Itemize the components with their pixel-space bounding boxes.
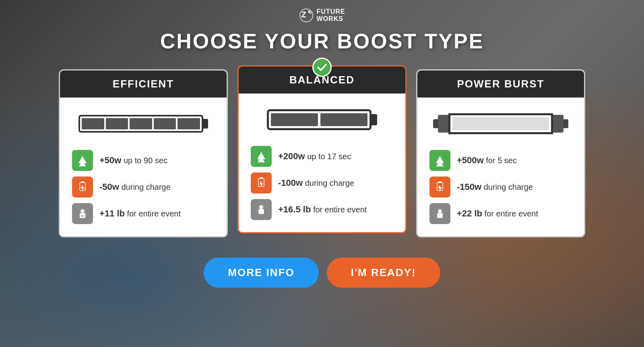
logo-text: FUTURE WORKS	[317, 8, 345, 22]
more-info-button[interactable]: MORE INFO	[204, 258, 318, 288]
svg-point-2	[308, 10, 310, 12]
svg-rect-7	[81, 181, 84, 183]
card-efficient-header: EFFICIENT	[60, 71, 227, 98]
stat-text-balanced-weight: +16.5 lb for entire event	[278, 204, 367, 215]
logo: Z FUTURE WORKS	[299, 8, 345, 23]
battery-nub-right	[564, 119, 568, 128]
card-power-burst-header: POWER BURST	[417, 71, 584, 98]
stat-row: -50w during charge	[72, 177, 215, 197]
stat-row: +50w up to 90 sec	[72, 150, 215, 171]
battery-left-assembly	[433, 115, 448, 133]
svg-marker-8	[80, 185, 85, 191]
main-content: Z FUTURE WORKS CHOOSE YOUR BOOST TYPE EF…	[0, 0, 644, 288]
stat-icon-weight-balanced	[251, 199, 272, 220]
seg1	[271, 113, 318, 126]
battery-body-balanced	[267, 109, 372, 130]
stat-row: +16.5 lb for entire event	[251, 199, 393, 220]
battery-body-efficient	[78, 115, 203, 133]
battery-nub-left	[433, 119, 438, 128]
buttons-row: MORE INFO I'M READY!	[204, 258, 440, 288]
stat-text-power-charge: -150w during charge	[457, 182, 533, 192]
svg-point-17	[259, 205, 263, 209]
card-power-burst-title: POWER BURST	[457, 78, 545, 90]
seg2	[320, 113, 367, 126]
svg-text:lb: lb	[81, 214, 84, 218]
svg-rect-18	[258, 209, 264, 214]
battery-right-assembly	[553, 115, 568, 133]
logo-icon: Z	[299, 8, 314, 23]
svg-rect-15	[260, 177, 263, 179]
svg-point-9	[80, 209, 85, 213]
stat-icon-charge-efficient	[72, 177, 93, 197]
battery-power-visual	[429, 110, 572, 138]
card-balanced[interactable]: BALANCED	[237, 65, 407, 233]
stat-row: lb +11 lb for entire event	[72, 203, 215, 224]
card-efficient-title: EFFICIENT	[113, 78, 174, 90]
svg-rect-25	[437, 213, 443, 218]
battery-efficient-visual	[72, 110, 215, 138]
card-efficient[interactable]: EFFICIENT	[59, 69, 228, 237]
svg-text:Z: Z	[301, 10, 306, 19]
stats-balanced: +200w up to 17 sec -100w during charge +…	[251, 146, 393, 220]
svg-marker-16	[259, 181, 263, 187]
stat-icon-weight-power	[429, 203, 450, 224]
battery-power	[433, 113, 568, 134]
card-balanced-body: +200w up to 17 sec -100w during charge +…	[239, 94, 405, 232]
stat-text-power-boost: +500w for 5 sec	[457, 155, 517, 166]
card-power-burst-body: +500w for 5 sec -150w during charge +22 …	[417, 98, 584, 236]
seg5	[178, 118, 200, 129]
im-ready-button[interactable]: I'M READY!	[327, 258, 440, 288]
stat-text-balanced-charge: -100w during charge	[278, 178, 354, 188]
seg1	[452, 117, 549, 130]
battery-tip-bal	[372, 114, 377, 125]
seg2	[106, 118, 128, 129]
cards-container: EFFICIENT	[59, 69, 585, 237]
svg-point-3	[310, 12, 312, 14]
stats-efficient: +50w up to 90 sec -50w during charge lb …	[72, 150, 215, 224]
battery-balanced-visual	[251, 106, 393, 134]
stat-row: +200w up to 17 sec	[251, 146, 393, 167]
page-title: CHOOSE YOUR BOOST TYPE	[160, 29, 484, 53]
battery-balanced	[267, 109, 377, 130]
battery-cap-right	[553, 115, 564, 133]
stat-text-balanced-boost: +200w up to 17 sec	[278, 151, 351, 162]
selected-checkmark	[312, 58, 332, 77]
card-power-burst[interactable]: POWER BURST	[416, 69, 585, 237]
stat-row: +22 lb for entire event	[429, 203, 572, 224]
seg3	[130, 118, 152, 129]
svg-marker-23	[438, 185, 442, 191]
stat-row: -150w during charge	[429, 177, 572, 197]
stat-text-efficient-weight: +11 lb for entire event	[99, 208, 181, 219]
seg1	[82, 118, 104, 129]
battery-body-pow	[448, 113, 553, 134]
stat-row: +500w for 5 sec	[429, 150, 572, 171]
svg-rect-22	[438, 181, 442, 183]
stat-row: -100w during charge	[251, 172, 393, 193]
stat-icon-boost-power	[429, 150, 450, 171]
stats-power-burst: +500w for 5 sec -150w during charge +22 …	[429, 150, 572, 224]
battery-efficient	[78, 115, 208, 133]
stat-text-efficient-boost: +50w up to 90 sec	[99, 155, 167, 166]
battery-tip-eff	[203, 119, 208, 129]
stat-icon-boost-balanced	[251, 146, 272, 167]
stat-icon-charge-balanced	[251, 172, 272, 193]
stat-icon-boost-efficient	[72, 150, 93, 171]
stat-text-power-weight: +22 lb for entire event	[457, 208, 538, 219]
seg4	[154, 118, 176, 129]
stat-icon-weight-efficient: lb	[72, 203, 93, 224]
stat-icon-charge-power	[429, 177, 450, 197]
card-efficient-body: +50w up to 90 sec -50w during charge lb …	[60, 98, 227, 236]
svg-point-24	[438, 209, 442, 213]
battery-cap-left	[438, 115, 448, 133]
stat-text-efficient-charge: -50w during charge	[99, 182, 171, 192]
